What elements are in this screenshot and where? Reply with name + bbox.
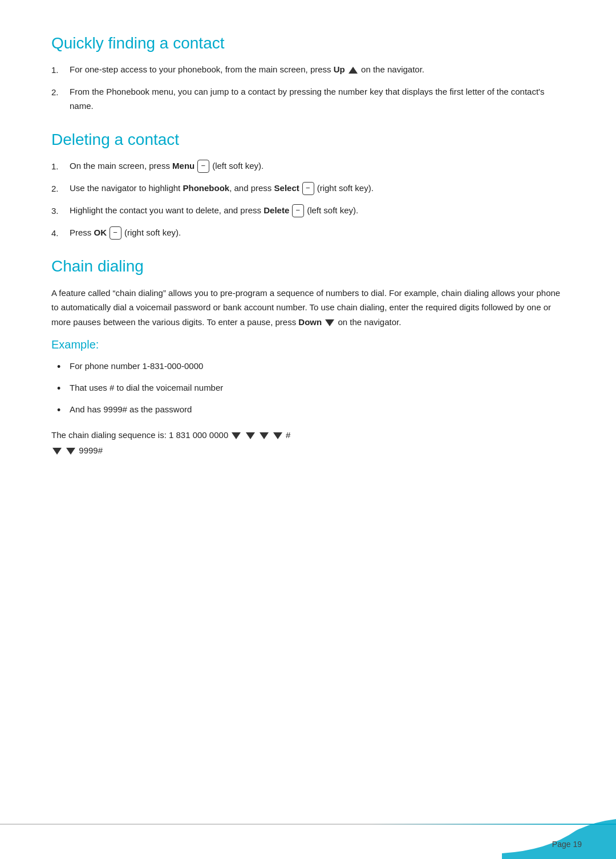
step-number: 1. xyxy=(51,63,70,77)
bullet-text: And has 9999# as the password xyxy=(70,403,565,417)
bullet-text: That uses # to dial the voicemail number xyxy=(70,381,565,395)
delete-key-icon xyxy=(292,204,304,217)
list-item: 1. On the main screen, press Menu (left … xyxy=(51,159,565,173)
nav-down-icon-2 xyxy=(246,432,255,439)
bullet-icon: • xyxy=(57,402,70,419)
list-item: 3. Highlight the contact you want to del… xyxy=(51,204,565,218)
list-item: • And has 9999# as the password xyxy=(57,403,565,419)
list-item: 4. Press OK (right soft key). xyxy=(51,226,565,240)
step-number: 3. xyxy=(51,204,70,218)
chain-dialing-body: A feature called “chain dialing” allows … xyxy=(51,286,565,330)
step-text: From the Phonebook menu, you can jump to… xyxy=(70,85,565,114)
bullet-icon: • xyxy=(57,359,70,375)
step-number: 4. xyxy=(51,226,70,240)
step-number: 2. xyxy=(51,181,70,196)
nav-up-icon xyxy=(348,67,358,74)
nav-down-icon-4 xyxy=(273,432,282,439)
example-bullet-list: • For phone number 1-831-000-0000 • That… xyxy=(51,359,565,418)
step-text: Highlight the contact you want to delete… xyxy=(70,204,565,218)
example-title: Example: xyxy=(51,338,565,351)
page-number: Page 19 xyxy=(552,840,582,849)
step-number: 2. xyxy=(51,85,70,99)
nav-down-icon-5 xyxy=(52,448,62,455)
step-text: Press OK (right soft key). xyxy=(70,226,565,240)
step-number: 1. xyxy=(51,159,70,173)
quickly-finding-list: 1. For one-step access to your phonebook… xyxy=(51,63,565,114)
list-item: • That uses # to dial the voicemail numb… xyxy=(57,381,565,397)
footer-curve-decoration xyxy=(502,819,616,859)
list-item: 1. For one-step access to your phonebook… xyxy=(51,63,565,77)
list-item: 2. Use the navigator to highlight Phoneb… xyxy=(51,181,565,196)
chain-sequence-text: The chain dialing sequence is: 1 831 000… xyxy=(51,427,565,458)
menu-key-icon xyxy=(197,160,209,172)
step-text: Use the navigator to highlight Phonebook… xyxy=(70,181,565,196)
list-item: 2. From the Phonebook menu, you can jump… xyxy=(51,85,565,114)
select-key-icon xyxy=(302,182,314,195)
deleting-list: 1. On the main screen, press Menu (left … xyxy=(51,159,565,240)
bullet-text: For phone number 1-831-000-0000 xyxy=(70,359,565,374)
step-text: For one-step access to your phonebook, f… xyxy=(70,63,565,77)
nav-down-icon-1 xyxy=(232,432,241,439)
ok-key-icon xyxy=(110,226,121,239)
bullet-icon: • xyxy=(57,380,70,397)
section-title-chain-dialing: Chain dialing xyxy=(51,257,565,275)
section-title-quickly-finding: Quickly finding a contact xyxy=(51,34,565,52)
list-item: • For phone number 1-831-000-0000 xyxy=(57,359,565,375)
page-footer: Page 19 xyxy=(0,819,616,859)
nav-down-icon xyxy=(325,319,334,326)
section-title-deleting: Deleting a contact xyxy=(51,131,565,149)
step-text: On the main screen, press Menu (left sof… xyxy=(70,159,565,173)
nav-down-icon-6 xyxy=(66,448,75,455)
nav-down-icon-3 xyxy=(260,432,269,439)
